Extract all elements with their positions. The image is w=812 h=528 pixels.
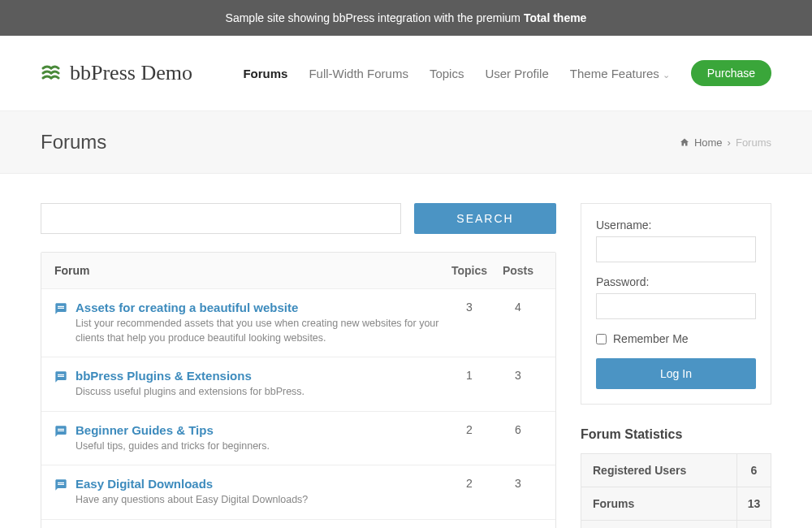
breadcrumb-home[interactable]: Home <box>694 136 723 149</box>
top-banner: Sample site showing bbPress integration … <box>0 0 812 36</box>
forum-row: Assets for creating a beautiful website … <box>41 289 555 357</box>
nav-forums[interactable]: Forums <box>243 67 287 80</box>
remember-label: Remember Me <box>613 332 689 345</box>
sidebar: Username: Password: Remember Me Log In F… <box>581 203 771 528</box>
page-title: Forums <box>41 131 106 154</box>
password-input[interactable] <box>596 293 756 319</box>
col-topics-header: Topics <box>445 264 494 277</box>
forum-description: List your recommended assets that you us… <box>76 317 445 345</box>
forum-link[interactable]: bbPress Plugins & Extensions <box>76 369 445 383</box>
forum-posts-count: 4 <box>494 301 542 314</box>
password-label: Password: <box>596 275 756 288</box>
forum-posts-count: 3 <box>494 369 542 382</box>
forum-description: Discuss useful plugins and extensions fo… <box>76 385 445 400</box>
forum-row: How to install your Themeforest theme Do… <box>41 520 555 529</box>
stats-value: 6 <box>736 454 771 487</box>
logo-icon <box>41 63 60 83</box>
site-header: bbPress Demo Forums Full-Width Forums To… <box>0 36 812 110</box>
forum-description: Useful tips, guides and tricks for begin… <box>76 439 445 454</box>
username-label: Username: <box>596 219 756 232</box>
main-nav: Forums Full-Width Forums Topics User Pro… <box>243 60 771 86</box>
login-box: Username: Password: Remember Me Log In <box>581 203 771 405</box>
breadcrumb: Home › Forums <box>680 136 771 149</box>
chat-icon <box>54 425 67 438</box>
stats-label: Forums <box>581 487 736 520</box>
forum-stats-list: Registered Users 6 Forums 13 Topics 30 <box>581 453 771 528</box>
login-button[interactable]: Log In <box>596 358 756 389</box>
stats-value: 13 <box>736 487 771 520</box>
breadcrumb-separator: › <box>728 136 731 149</box>
logo-text: bbPress Demo <box>70 61 192 85</box>
forum-link[interactable]: Beginner Guides & Tips <box>76 423 445 437</box>
forum-row: Easy Digital Downloads Have any question… <box>41 465 555 520</box>
forum-posts-count: 6 <box>494 423 542 436</box>
banner-text: Sample site showing bbPress integration … <box>226 11 524 24</box>
col-posts-header: Posts <box>494 264 542 277</box>
username-input[interactable] <box>596 236 756 262</box>
forum-topics-count: 2 <box>445 423 494 436</box>
remember-checkbox[interactable] <box>596 334 607 344</box>
stats-value: 30 <box>736 521 771 528</box>
nav-topics[interactable]: Topics <box>430 67 464 80</box>
chat-icon <box>54 478 67 491</box>
forum-row: Beginner Guides & Tips Useful tips, guid… <box>41 412 555 466</box>
search-input[interactable] <box>41 203 401 234</box>
breadcrumb-current: Forums <box>736 136 771 149</box>
chat-icon <box>54 302 67 315</box>
content-area: SEARCH Forum Topics Posts Assets for cre… <box>41 203 556 528</box>
nav-full-width[interactable]: Full-Width Forums <box>309 67 408 80</box>
forum-table-header: Forum Topics Posts <box>41 253 555 289</box>
title-bar: Forums Home › Forums <box>0 110 812 174</box>
stats-item: Forums 13 <box>581 487 771 521</box>
home-icon <box>680 137 689 147</box>
nav-theme-features[interactable]: Theme Features⌄ <box>570 67 670 80</box>
col-forum-header: Forum <box>54 264 445 277</box>
forum-description: Have any questions about Easy Digital Do… <box>76 493 445 508</box>
forum-posts-count: 3 <box>494 477 542 490</box>
forum-topics-count: 3 <box>445 301 494 314</box>
forum-link[interactable]: Easy Digital Downloads <box>76 477 445 491</box>
main-content: SEARCH Forum Topics Posts Assets for cre… <box>0 174 812 528</box>
forum-link[interactable]: Assets for creating a beautiful website <box>76 301 445 314</box>
banner-bold: Total theme <box>524 11 587 24</box>
forum-topics-count: 2 <box>445 477 494 490</box>
stats-label: Topics <box>581 521 736 528</box>
logo[interactable]: bbPress Demo <box>41 61 192 85</box>
forum-table: Forum Topics Posts Assets for creating a… <box>41 252 556 528</box>
stats-label: Registered Users <box>581 454 736 487</box>
search-row: SEARCH <box>41 203 556 234</box>
chevron-down-icon: ⌄ <box>663 70 670 80</box>
forum-stats-heading: Forum Statistics <box>581 427 771 442</box>
forum-row: bbPress Plugins & Extensions Discuss use… <box>41 357 555 412</box>
chat-icon <box>54 370 67 383</box>
stats-item: Topics 30 <box>581 520 771 528</box>
forum-topics-count: 1 <box>445 369 494 382</box>
search-button[interactable]: SEARCH <box>414 203 556 234</box>
nav-user-profile[interactable]: User Profile <box>485 67 548 80</box>
purchase-button[interactable]: Purchase <box>691 60 771 86</box>
nav-theme-features-label: Theme Features <box>570 67 659 80</box>
stats-item: Registered Users 6 <box>581 453 771 487</box>
